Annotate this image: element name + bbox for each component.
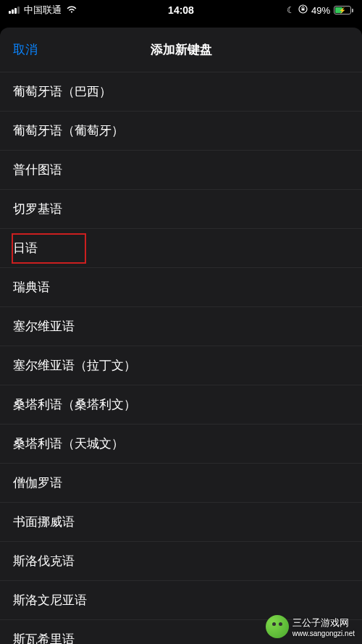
list-item[interactable]: 僧伽罗语: [0, 464, 362, 503]
watermark: 三公子游戏网 www.sangongzi.net: [266, 615, 355, 638]
nav-title: 添加新键盘: [151, 41, 212, 58]
status-time: 14:08: [168, 4, 194, 16]
wifi-icon: [66, 5, 77, 16]
status-right: ☾ 49% ⚡: [287, 4, 353, 16]
list-item[interactable]: 塞尔维亚语（拉丁文）: [0, 346, 362, 385]
svg-rect-1: [301, 9, 304, 11]
list-item[interactable]: 塞尔维亚语: [0, 307, 362, 346]
watermark-title: 三公子游戏网: [292, 616, 355, 630]
watermark-logo-icon: [266, 615, 289, 638]
list-item[interactable]: 切罗基语: [0, 190, 362, 229]
battery-percentage: 49%: [311, 5, 330, 16]
list-item[interactable]: 斯洛伐克语: [0, 542, 362, 581]
watermark-url: www.sangongzi.net: [292, 630, 355, 637]
list-item[interactable]: 日语: [0, 229, 362, 268]
modal-sheet: 取消 添加新键盘 葡萄牙语（巴西）葡萄牙语（葡萄牙）普什图语切罗基语日语瑞典语塞…: [0, 28, 362, 644]
cancel-button[interactable]: 取消: [0, 41, 51, 58]
orientation-lock-icon: [298, 4, 308, 16]
list-item[interactable]: 桑塔利语（天城文）: [0, 425, 362, 464]
keyboard-language-list[interactable]: 葡萄牙语（巴西）葡萄牙语（葡萄牙）普什图语切罗基语日语瑞典语塞尔维亚语塞尔维亚语…: [0, 72, 362, 644]
do-not-disturb-icon: ☾: [287, 5, 295, 15]
signal-icon: [9, 7, 20, 14]
list-item[interactable]: 桑塔利语（桑塔利文）: [0, 385, 362, 425]
carrier-label: 中国联通: [24, 4, 62, 17]
list-item[interactable]: 葡萄牙语（巴西）: [0, 72, 362, 112]
battery-icon: ⚡: [334, 6, 353, 14]
list-item[interactable]: 葡萄牙语（葡萄牙）: [0, 112, 362, 151]
list-item[interactable]: 瑞典语: [0, 268, 362, 307]
list-item[interactable]: 书面挪威语: [0, 503, 362, 542]
list-item[interactable]: 普什图语: [0, 151, 362, 190]
status-bar: 中国联通 14:08 ☾ 49% ⚡: [0, 0, 362, 20]
nav-bar: 取消 添加新键盘: [0, 28, 362, 72]
list-item[interactable]: 斯洛文尼亚语: [0, 581, 362, 620]
status-left: 中国联通: [9, 4, 77, 17]
